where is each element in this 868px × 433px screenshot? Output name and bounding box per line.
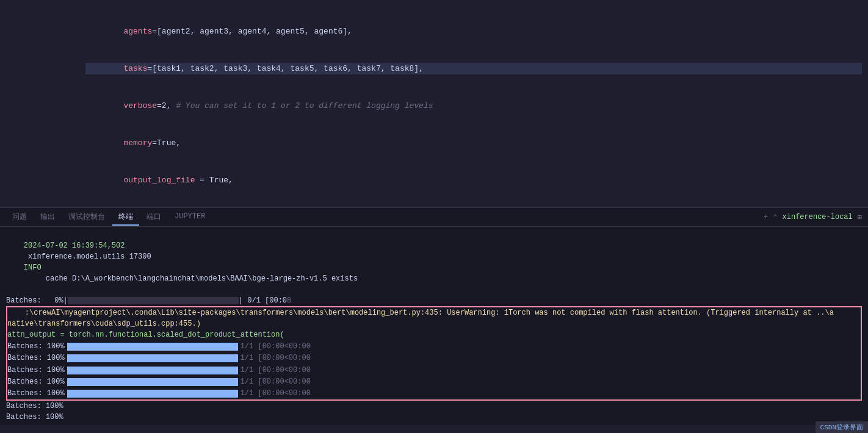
var-agents: agents	[123, 27, 152, 36]
progress-bar-full-5	[67, 390, 238, 398]
warning-text: :\crewAI\myagentproject\.conda\Lib\site-…	[7, 307, 861, 318]
progress-bar-full-1	[67, 343, 238, 351]
batches-label-2: Batches: 100%	[7, 352, 65, 364]
var-verbose: verbose	[123, 101, 157, 110]
var-memory: memory	[123, 138, 152, 148]
progress-count-3: 1/1 [00:00<00:00	[241, 365, 311, 376]
progress-fill-1	[67, 343, 238, 351]
code-line-5: output_log_file = True,	[85, 174, 862, 187]
progress-fill-4	[67, 378, 238, 386]
progress-count-5: 1/1 [00:00<00:00	[241, 388, 311, 399]
progress-row-4: Batches: 100% 1/1 [00:00<00:00	[7, 376, 861, 388]
progress-row-3: Batches: 100% 1/1 [00:00<00:00	[7, 365, 861, 376]
code-line-2: tasks=[task1, task2, task3, task4, task5…	[85, 63, 862, 75]
progress-row-1: Batches: 100% 1/1 [00:00<00:00	[7, 341, 861, 352]
tab-bar: 问题 输出 调试控制台 终端 端口 JUPYTER + ⌃ xinference…	[0, 207, 868, 227]
progress-fill-3	[67, 367, 238, 374]
warning-text-2: native\transformers\cuda\sdp_utils.cpp:4…	[7, 318, 861, 329]
add-terminal-btn[interactable]: +	[764, 213, 768, 221]
terminal-ctrl-btn[interactable]: ⌃	[773, 213, 777, 222]
progress-fill-2	[67, 354, 238, 362]
progress-bar-full-4	[67, 378, 238, 386]
progress-bar-0	[68, 297, 239, 304]
warning-section: :\crewAI\myagentproject\.conda\Lib\site-…	[6, 306, 862, 401]
layout-icon[interactable]: ⊞	[858, 213, 862, 222]
code-line-1: agents=[agent2, agent3, agent4, agent5, …	[85, 26, 862, 38]
progress-bar-full-2	[67, 354, 238, 362]
progress-bar-full-3	[67, 367, 238, 374]
tab-output[interactable]: 输出	[34, 209, 61, 226]
tab-right-controls: + ⌃ xinference-local ⊞	[764, 213, 862, 222]
code-section: agents=[agent2, agent3, agent4, agent5, …	[0, 0, 868, 207]
tab-jupyter[interactable]: JUPYTER	[168, 210, 211, 224]
progress-time-0: 8	[287, 296, 291, 305]
code-line-3: verbose=2, # You can set it to 1 or 2 to…	[85, 100, 862, 112]
batches-label-1: Batches: 100%	[7, 341, 65, 352]
terminal-area: 2024-07-02 16:39:54,502 xinference.model…	[0, 227, 868, 425]
progress-count-1: 1/1 [00:00<00:00	[241, 341, 311, 352]
batches-label-3: Batches: 100%	[7, 365, 65, 376]
progress-fill-5	[67, 390, 238, 398]
term-timestamp: 2024-07-02 16:39:54,502	[24, 242, 125, 250]
comment-verbose: # You can set it to 1 or 2 to different …	[176, 101, 433, 110]
bottom-status: CSDN登录界面	[816, 421, 868, 433]
batches-label-4: Batches: 100%	[7, 376, 65, 388]
terminal-line-1: 2024-07-02 16:39:54,502 xinference.model…	[6, 229, 862, 295]
tab-debug[interactable]: 调试控制台	[62, 209, 111, 226]
server-label: xinference-local	[783, 213, 853, 221]
progress-row-5: Batches: 100% 1/1 [00:00<00:00	[7, 388, 861, 399]
tab-problems[interactable]: 问题	[6, 209, 33, 226]
terminal-line-batches0: Batches: 0%|| 0/1 [00:08	[6, 295, 862, 306]
progress-count-2: 1/1 [00:00<00:00	[241, 352, 311, 364]
tab-ports[interactable]: 端口	[140, 209, 167, 226]
progress-count-4: 1/1 [00:00<00:00	[241, 376, 311, 388]
attn-line: attn_output = torch.nn.functional.scaled…	[7, 329, 861, 341]
term-module: xinference.model.utils 17300	[24, 252, 156, 261]
code-content: agents=[agent2, agent3, agent4, agent5, …	[85, 0, 862, 207]
progress-row-2: Batches: 100% 1/1 [00:00<00:00	[7, 352, 861, 364]
var-tasks: tasks	[123, 64, 147, 73]
code-line-4: memory=True,	[85, 137, 862, 149]
extra-line-1: Batches: 100%	[6, 401, 862, 412]
var-output: output_log_file	[123, 176, 195, 185]
term-info: INFO	[24, 263, 42, 272]
editor-area: agents=[agent2, agent3, agent4, agent5, …	[0, 0, 868, 207]
extra-line-2: Batches: 100%	[6, 412, 862, 423]
term-cache-text: cache D:\A_workbench\langchainchat\model…	[24, 274, 358, 283]
batches-label-5: Batches: 100%	[7, 388, 65, 399]
tab-terminal[interactable]: 终端	[112, 209, 139, 226]
